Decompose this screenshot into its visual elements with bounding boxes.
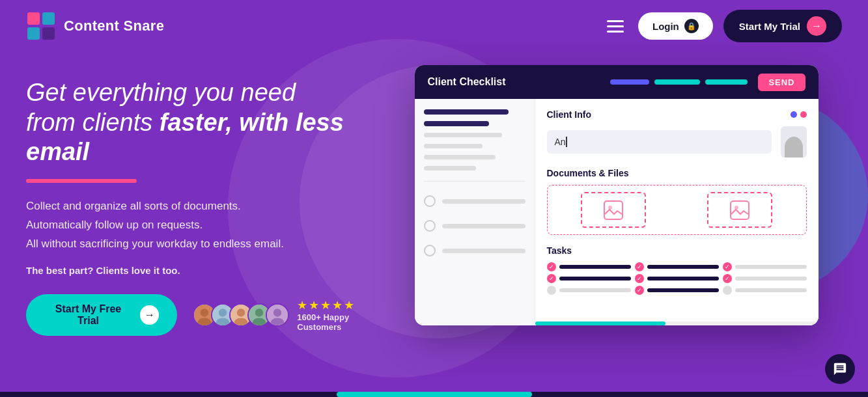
mock-check-line-1 — [442, 199, 525, 204]
scrollbar-thumb — [535, 322, 665, 325]
client-info-header: Client Info — [547, 109, 807, 120]
dot-pink — [800, 111, 807, 118]
avatar-5 — [266, 303, 289, 327]
free-trial-button[interactable]: Start My Free Trial → — [26, 294, 177, 336]
mock-line-4 — [424, 144, 483, 148]
task-line-8 — [735, 277, 807, 281]
docs-upload-area[interactable] — [547, 185, 807, 235]
task-row-4: ✓ — [635, 262, 719, 271]
mockup-right-panel: Client Info An — [535, 99, 819, 325]
task-line-3 — [559, 288, 631, 292]
nav-actions: Login 🔒 Start My Trial → — [603, 10, 842, 42]
dot-blue — [791, 111, 797, 118]
hamburger-line-2 — [607, 25, 624, 27]
avatar-shape — [785, 137, 803, 157]
mock-checkbox-3 — [424, 245, 436, 256]
section-dots — [791, 111, 807, 118]
documents-section: Documents & Files — [547, 168, 807, 235]
mockup-body: Client Info An — [415, 99, 819, 325]
tasks-grid: ✓ ✓ — [547, 262, 807, 295]
mock-text-input[interactable]: An — [547, 130, 772, 154]
task-check-3 — [547, 286, 556, 295]
mock-check-line-3 — [442, 249, 525, 253]
svg-rect-19 — [604, 201, 623, 219]
hamburger-line-1 — [607, 20, 624, 22]
svg-point-20 — [608, 206, 612, 210]
svg-point-11 — [237, 309, 245, 317]
task-col-3: ✓ ✓ — [723, 262, 807, 295]
header-pill-1 — [610, 79, 649, 85]
logo: Content Snare — [26, 11, 164, 41]
task-row-6: ✓ — [635, 286, 719, 295]
mock-checkbox-row-1 — [424, 195, 525, 207]
svg-rect-21 — [731, 201, 749, 219]
svg-rect-2 — [27, 27, 40, 40]
mock-checkbox-row-2 — [424, 220, 525, 232]
task-check-5: ✓ — [635, 274, 644, 283]
svg-rect-1 — [42, 12, 55, 25]
send-button[interactable]: SEND — [758, 74, 805, 91]
mockup-scrollbar[interactable] — [535, 322, 819, 325]
mock-line-5 — [424, 155, 496, 159]
task-check-4: ✓ — [635, 262, 644, 271]
mock-line-6 — [424, 166, 476, 171]
login-label: Login — [652, 21, 679, 32]
svg-rect-0 — [27, 12, 40, 25]
mock-checkbox-1 — [424, 195, 436, 207]
start-trial-button[interactable]: Start My Trial → — [723, 10, 842, 42]
task-row-3 — [547, 286, 631, 295]
lock-icon: 🔒 — [684, 19, 699, 33]
mock-input-text: An — [555, 137, 566, 147]
svg-point-17 — [273, 309, 281, 317]
mock-separator — [424, 181, 525, 182]
free-trial-arrow-icon: → — [140, 305, 159, 325]
mock-line-1 — [424, 109, 509, 115]
task-row-5: ✓ — [635, 274, 719, 283]
task-line-1 — [559, 265, 631, 269]
svg-point-5 — [201, 309, 208, 317]
doc-placeholder-1 — [581, 192, 646, 228]
trial-button-label: Start My Trial — [739, 21, 800, 32]
menu-button[interactable] — [603, 16, 628, 36]
task-line-9 — [735, 288, 807, 292]
chat-button[interactable] — [825, 354, 855, 384]
avatar-img-5 — [267, 305, 288, 325]
task-row-8: ✓ — [723, 274, 807, 283]
customers-count: 1600+ Happy Customers — [297, 312, 391, 332]
hero-title: Get everything you needfrom clients fast… — [26, 78, 391, 167]
text-cursor — [566, 137, 567, 147]
tasks-header: Tasks — [547, 245, 807, 256]
task-check-9 — [723, 286, 732, 295]
task-col-2: ✓ ✓ ✓ — [635, 262, 719, 295]
task-line-2 — [559, 277, 631, 281]
task-check-1: ✓ — [547, 262, 556, 271]
hero-section: Get everything you needfrom clients fast… — [26, 65, 391, 336]
client-info-section: Client Info An — [547, 109, 807, 157]
documents-title: Documents & Files — [547, 168, 629, 178]
task-col-1: ✓ ✓ — [547, 262, 631, 295]
tasks-section: Tasks ✓ ✓ — [547, 245, 807, 295]
task-line-6 — [647, 288, 719, 292]
task-row-9 — [723, 286, 807, 295]
image-upload-icon-1 — [603, 200, 624, 221]
task-row-1: ✓ — [547, 262, 631, 271]
mock-line-3 — [424, 133, 502, 137]
ui-mockup: Client Checklist SEND — [415, 65, 819, 325]
task-row-7: ✓ — [723, 262, 807, 271]
brand-name: Content Snare — [64, 18, 164, 34]
hamburger-line-3 — [607, 31, 624, 33]
star-rating: ★★★★★ — [297, 298, 391, 312]
svg-point-22 — [735, 206, 738, 210]
login-button[interactable]: Login 🔒 — [638, 12, 713, 40]
navbar: Content Snare Login 🔒 Start My Trial → — [0, 0, 868, 52]
task-row-2: ✓ — [547, 274, 631, 283]
client-input-area: An — [547, 126, 807, 157]
header-pill-3 — [705, 79, 748, 85]
social-proof: ★★★★★ 1600+ Happy Customers — [193, 298, 391, 332]
chat-icon — [833, 362, 847, 376]
svg-rect-3 — [42, 27, 55, 40]
main-content: Get everything you needfrom clients fast… — [0, 52, 868, 397]
mock-avatar-placeholder — [781, 126, 807, 157]
task-line-7 — [735, 265, 807, 269]
hero-description: Collect and organize all sorts of docume… — [26, 197, 391, 254]
